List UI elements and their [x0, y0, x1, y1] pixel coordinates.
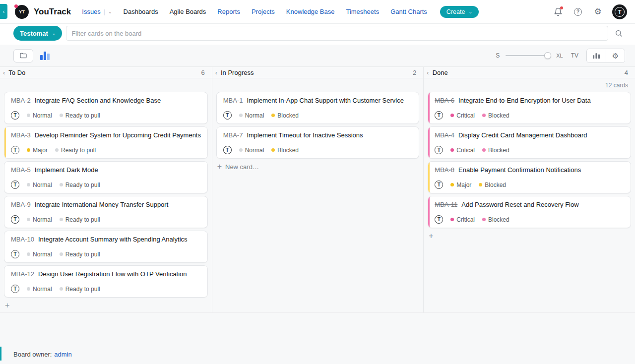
assignee-avatar[interactable]: T — [435, 181, 443, 189]
assignee-avatar[interactable]: T — [11, 285, 19, 293]
card-id[interactable]: MBA-4 — [435, 131, 454, 139]
card-size-slider[interactable] — [506, 52, 550, 59]
new-card-button[interactable]: + — [424, 232, 635, 240]
nav-item-projects[interactable]: Projects — [252, 8, 275, 15]
slider-knob[interactable] — [544, 52, 551, 59]
priority-field: Normal — [27, 112, 52, 119]
card-mba-4[interactable]: MBA-4Display Credit Card Management Dash… — [428, 126, 631, 159]
card-mba-1[interactable]: MBA-1Implement In-App Chat Support with … — [216, 92, 420, 124]
tv-mode-button[interactable]: TV — [571, 52, 578, 59]
assignee-avatar[interactable]: T — [435, 146, 443, 154]
chart-view-toggle[interactable] — [40, 51, 50, 60]
card-mba-10[interactable]: MBA-10Integrate Account Summary with Spe… — [4, 231, 208, 263]
board-settings-button[interactable]: ⚙ — [606, 49, 625, 62]
card-mba-3[interactable]: MBA-3Develop Reminder System for Upcomin… — [4, 126, 208, 159]
sidebar-handle-bottom[interactable] — [0, 347, 1, 361]
card-top: MBA-6Integrate End-to-End Encryption for… — [435, 97, 625, 105]
card-title: Enable Payment Confirmation Notification… — [458, 166, 581, 174]
card-footer: TMajorBlocked — [435, 181, 625, 189]
assignee-avatar[interactable]: T — [223, 146, 232, 154]
card-id[interactable]: MBA-11 — [435, 201, 457, 208]
help-button[interactable]: ? — [572, 6, 583, 17]
slider-track[interactable] — [506, 55, 550, 56]
card-id[interactable]: MBA-6 — [435, 97, 454, 104]
collapse-swimlanes-button[interactable] — [13, 49, 33, 62]
filter-input[interactable] — [66, 26, 608, 41]
field-color-dot — [479, 183, 482, 186]
priority-field: Critical — [450, 147, 475, 154]
new-card-button[interactable]: + — [0, 302, 212, 309]
profile-avatar[interactable]: T — [612, 4, 627, 19]
nav-item-timesheets[interactable]: Timesheets — [346, 8, 379, 15]
new-card-button[interactable]: +New card… — [212, 163, 424, 171]
nav-item-knowledge-base[interactable]: Knowledge Base — [286, 8, 335, 15]
collapse-column-icon[interactable]: ‹ — [215, 69, 217, 76]
card-mba-5[interactable]: MBA-5Implement Dark ModeTNormalReady to … — [4, 161, 208, 193]
create-button[interactable]: Create ⌄ — [440, 6, 479, 18]
priority-field: Normal — [27, 251, 52, 258]
field-label: Normal — [33, 251, 52, 258]
assignee-avatar[interactable]: T — [223, 111, 232, 120]
card-mba-11[interactable]: MBA-11Add Password Reset and Recovery Fl… — [428, 196, 631, 228]
assignee-avatar[interactable]: T — [11, 181, 19, 189]
card-mba-8[interactable]: MBA-8Enable Payment Confirmation Notific… — [428, 161, 631, 193]
brand-title[interactable]: YouTrack — [34, 7, 71, 17]
card-mba-2[interactable]: MBA-2Integrate FAQ Section and Knowledge… — [4, 92, 208, 124]
card-footer: TNormalReady to pull — [11, 250, 201, 258]
burndown-chart-button[interactable] — [587, 49, 606, 62]
tag-field: Blocked — [482, 112, 509, 119]
card-id[interactable]: MBA-2 — [11, 97, 31, 104]
board-owner-link[interactable]: admin — [54, 351, 71, 358]
nav-divider: | — [104, 8, 105, 15]
collapse-column-icon[interactable]: ‹ — [3, 69, 5, 76]
card-footer: TCriticalBlocked — [435, 215, 625, 224]
assignee-avatar[interactable]: T — [435, 215, 443, 224]
column-done: ‹Done412 cardsMBA-6Integrate End-to-End … — [423, 66, 635, 312]
field-color-dot — [239, 114, 243, 117]
sidebar-toggle[interactable]: ‹ — [0, 4, 7, 19]
card-id[interactable]: MBA-7 — [223, 131, 243, 139]
assignee-avatar[interactable]: T — [11, 250, 19, 258]
chevron-down-icon[interactable]: ⌄ — [108, 9, 112, 14]
nav-item-gantt-charts[interactable]: Gantt Charts — [390, 8, 427, 15]
card-id[interactable]: MBA-1 — [223, 97, 243, 104]
assignee-avatar[interactable]: T — [435, 111, 443, 120]
tag-field: Blocked — [482, 216, 509, 223]
create-label: Create — [446, 8, 465, 15]
settings-button[interactable]: ⚙ — [592, 6, 603, 17]
card-id[interactable]: MBA-10 — [11, 236, 34, 243]
assignee-avatar[interactable]: T — [11, 215, 19, 224]
board-selector-button[interactable]: Testomat ⌄ — [13, 26, 62, 41]
card-id[interactable]: MBA-12 — [11, 270, 34, 278]
card-id[interactable]: MBA-9 — [11, 201, 31, 208]
search-button[interactable] — [612, 27, 625, 40]
field-label: Major — [456, 182, 471, 188]
card-id[interactable]: MBA-3 — [11, 131, 31, 139]
chevron-down-icon: ⌄ — [468, 9, 472, 14]
nav-item-dashboards[interactable]: Dashboards — [124, 8, 158, 15]
youtrack-logo[interactable]: YT — [15, 5, 29, 19]
nav-item-reports[interactable]: Reports — [217, 8, 240, 15]
bar-chart-icon — [44, 52, 46, 60]
nav-label: Reports — [217, 8, 240, 15]
card-mba-9[interactable]: MBA-9Integrate International Money Trans… — [4, 196, 208, 228]
assignee-avatar[interactable]: T — [11, 146, 19, 154]
field-label: Blocked — [488, 112, 509, 119]
tag-field: Blocked — [271, 112, 299, 119]
nav-item-issues[interactable]: Issues|⌄ — [82, 8, 112, 15]
card-id[interactable]: MBA-8 — [435, 166, 454, 174]
notifications-button[interactable] — [553, 6, 564, 17]
add-icon: + — [217, 163, 222, 171]
card-top: MBA-3Develop Reminder System for Upcomin… — [11, 131, 201, 139]
card-mba-12[interactable]: MBA-12Design User Registration Flow with… — [4, 265, 208, 298]
nav-item-agile-boards[interactable]: Agile Boards — [170, 8, 206, 15]
card-id[interactable]: MBA-5 — [11, 166, 31, 174]
assignee-avatar[interactable]: T — [11, 111, 19, 120]
card-mba-7[interactable]: MBA-7Implement Timeout for Inactive Sess… — [216, 126, 420, 159]
field-label: Ready to pull — [65, 216, 100, 223]
card-mba-6[interactable]: MBA-6Integrate End-to-End Encryption for… — [428, 92, 631, 124]
collapse-column-icon[interactable]: ‹ — [427, 69, 429, 76]
card-footer: TNormalReady to pull — [11, 285, 201, 293]
column-title: In Progress — [221, 69, 254, 76]
main-nav: Issues|⌄DashboardsAgile BoardsReportsPro… — [82, 8, 427, 15]
